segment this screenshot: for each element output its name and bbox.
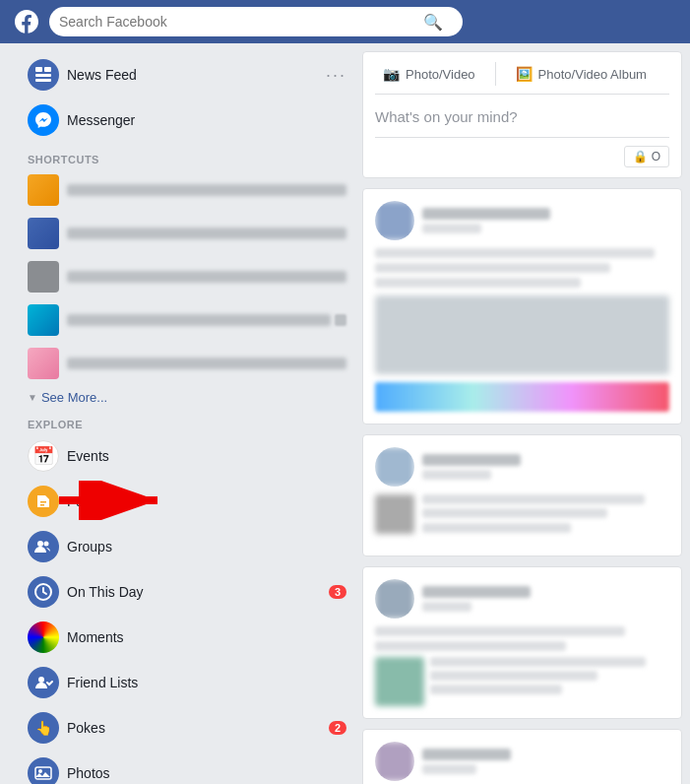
album-icon: 🖼️ [516,66,533,82]
svg-rect-3 [44,67,51,72]
shortcut-text [67,314,331,326]
avatar [375,201,414,240]
pokes-label: Pokes [67,720,105,736]
groups-icon [28,531,59,562]
post-name [422,586,531,598]
post-content [422,494,645,504]
shortcut-thumb [28,218,59,249]
pokes-badge: 2 [329,721,346,735]
post-timestamp [422,764,476,774]
sidebar-item-pokes[interactable]: 👆 Pokes 2 [20,706,354,750]
sidebar: News Feed ··· Messenger SHORTCUTS [0,43,354,784]
pages-icon [28,486,59,517]
post-meta [422,208,550,233]
post-content [430,671,597,681]
feed-post [362,188,682,425]
avatar [375,742,414,781]
sidebar-item-moments[interactable]: Moments [20,616,354,659]
composer-divider [495,62,496,86]
post-content [375,248,655,258]
explore-header: EXPLORE [20,409,354,434]
newsfeed-options[interactable]: ··· [326,65,346,86]
photo-video-button[interactable]: 📷 Photo/Video [375,62,483,86]
lock-icon: 🔒 [633,150,648,163]
messenger-icon [28,104,59,136]
search-bar[interactable]: 🔍 [49,7,463,36]
groups-label: Groups [67,539,112,555]
svg-point-8 [37,541,43,547]
photo-video-label: Photo/Video [406,67,475,82]
post-content [375,626,625,636]
sidebar-item-messenger[interactable]: Messenger [20,98,354,142]
post-name [422,749,511,760]
see-more-label: See More... [41,390,107,405]
post-content [430,685,562,694]
post-content [375,278,581,288]
shortcut-item[interactable] [20,299,354,341]
composer-bottom: 🔒 O [375,137,669,167]
camera-icon: 📷 [383,66,400,82]
post-name [422,208,550,220]
composer-actions: 📷 Photo/Video 🖼️ Photo/Video Album [375,62,669,95]
post-header [375,579,669,619]
shortcuts-header: SHORTCUTS [20,144,354,169]
sidebar-item-pages[interactable]: Pages [20,480,354,523]
onthisday-badge: 3 [329,585,346,599]
shortcut-item[interactable] [20,169,354,211]
sidebar-item-friendlists[interactable]: Friend Lists [20,661,354,704]
post-meta [422,749,511,774]
sidebar-item-newsfeed[interactable]: News Feed ··· [20,53,354,97]
post-meta [422,586,531,612]
sidebar-item-groups[interactable]: Groups [20,525,354,568]
newsfeed-label: News Feed [67,67,137,83]
whats-on-mind-placeholder: What's on your mind? [375,108,518,125]
shortcut-item[interactable] [20,256,354,297]
sidebar-item-onthisday[interactable]: On This Day 3 [20,570,354,614]
search-input[interactable] [59,14,423,30]
feed-post [362,434,682,556]
pokes-icon: 👆 [28,712,59,744]
feed-post [362,566,682,719]
shortcut-thumb [28,348,59,379]
post-timestamp [422,470,491,480]
svg-rect-5 [35,79,51,82]
svg-rect-6 [40,501,46,503]
feed-post [362,729,682,784]
privacy-button[interactable]: 🔒 O [624,146,669,167]
shortcut-item[interactable] [20,213,354,254]
photos-icon [28,757,59,784]
post-content [422,508,607,518]
chevron-down-icon: ▼ [28,392,37,403]
shortcut-thumb [28,261,59,293]
post-content [422,523,571,533]
avatar [375,579,414,619]
svg-point-13 [38,769,42,773]
friendlists-icon [28,667,59,698]
composer-input[interactable]: What's on your mind? [375,104,669,129]
onthisday-icon [28,576,59,608]
svg-point-11 [38,677,44,683]
photo-video-album-button[interactable]: 🖼️ Photo/Video Album [508,62,655,86]
post-content [375,263,610,273]
sidebar-item-photos[interactable]: Photos [20,751,354,784]
post-image [375,295,669,374]
shortcut-item[interactable] [20,343,354,384]
privacy-label: O [652,150,660,163]
post-image-bar [375,382,669,412]
shortcut-text [67,184,346,196]
facebook-logo[interactable] [12,7,41,36]
post-name [422,454,521,466]
moments-icon [28,621,59,653]
post-content [430,657,646,667]
newsfeed-icon [28,59,59,91]
svg-rect-12 [35,767,51,779]
svg-rect-7 [40,504,44,506]
search-icon: 🔍 [423,13,443,32]
shortcuts-see-more[interactable]: ▼ See More... [20,386,354,409]
sidebar-item-events[interactable]: 📅 Events [20,434,354,478]
shortcut-text [67,358,346,369]
top-navigation: 🔍 [0,0,690,43]
post-content [375,641,566,651]
post-composer: 📷 Photo/Video 🖼️ Photo/Video Album What'… [362,51,682,178]
photo-video-album-label: Photo/Video Album [538,67,647,82]
